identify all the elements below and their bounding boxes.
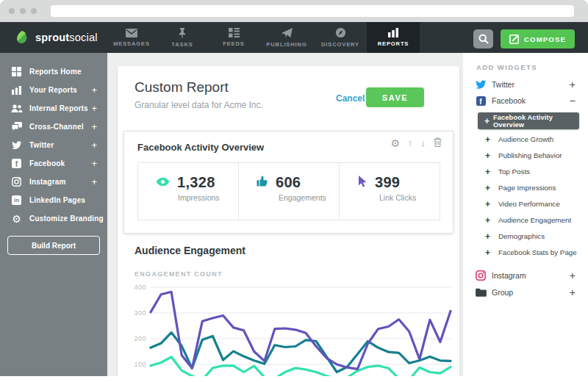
- brand-name: sproutsocial: [35, 32, 98, 43]
- sprout-social-logo[interactable]: sproutsocial: [0, 22, 107, 53]
- people-icon: [10, 103, 23, 115]
- instagram-icon: [10, 176, 23, 188]
- gear-icon[interactable]: ⚙: [390, 138, 400, 148]
- chat-bubbles-icon: [10, 121, 23, 133]
- bar-chart-icon: [10, 84, 23, 96]
- add-icon[interactable]: +: [91, 140, 97, 151]
- expand-icon[interactable]: +: [570, 286, 576, 298]
- grid-icon: [10, 66, 23, 78]
- widget-group-group[interactable]: Group +: [463, 284, 588, 300]
- compass-icon: [335, 27, 346, 38]
- custom-report-panel: Custom Report Granular level data for Ac…: [118, 66, 459, 376]
- expand-icon[interactable]: +: [570, 79, 576, 90]
- linkedin-icon: in: [10, 195, 23, 206]
- widget-group-instagram[interactable]: Instagram +: [463, 267, 588, 284]
- widget-option-top-posts[interactable]: + Top Posts: [485, 164, 588, 179]
- svg-text:200: 200: [134, 335, 146, 342]
- widget-title: Facebook Activity Overview: [137, 142, 264, 153]
- window-controls[interactable]: [9, 8, 37, 14]
- stat-engagements: 606 Engagements: [238, 163, 339, 220]
- stats-summary: 1,328 Impressions 606 Engagements 399: [137, 162, 440, 220]
- search-icon: [478, 34, 489, 44]
- expand-icon[interactable]: +: [570, 270, 576, 281]
- move-up-icon[interactable]: ↑: [408, 138, 413, 148]
- svg-text:300: 300: [134, 309, 146, 317]
- nav-reports[interactable]: REPORTS: [367, 22, 420, 53]
- svg-text:400: 400: [134, 284, 146, 291]
- trash-icon[interactable]: [434, 137, 442, 148]
- add-widgets-header: ADD WIDGETS: [476, 63, 537, 71]
- sidebar-item-cross-channel[interactable]: Cross-Channel +: [0, 118, 107, 136]
- nav-messages[interactable]: MESSAGES: [107, 22, 157, 53]
- window-dot[interactable]: [9, 8, 15, 14]
- engagement-chart: 400300200100: [133, 281, 454, 376]
- thumbs-up-icon: [257, 176, 268, 190]
- stat-impressions: 1,328 Impressions: [138, 163, 238, 220]
- window-dot[interactable]: [20, 8, 26, 14]
- add-icon: +: [485, 231, 495, 242]
- add-icon: +: [485, 215, 495, 226]
- widget-option-demographics[interactable]: + Demographics: [485, 228, 588, 244]
- add-icon: +: [485, 183, 495, 193]
- sidebar-item-linkedin-pages[interactable]: in LinkedIn Pages: [0, 191, 107, 209]
- gear-icon: ⚙: [10, 213, 23, 225]
- search-button[interactable]: [473, 29, 493, 48]
- twitter-icon: [475, 80, 487, 90]
- chart-title: Audience Engagement: [135, 245, 245, 256]
- sidebar-item-internal-reports[interactable]: Internal Reports +: [0, 99, 107, 118]
- sidebar-item-customize-branding[interactable]: ⚙ Customize Branding: [0, 209, 107, 228]
- compose-button[interactable]: COMPOSE: [501, 29, 575, 48]
- cancel-button[interactable]: Cancel: [336, 93, 365, 104]
- sidebar-item-reports-home[interactable]: Reports Home: [0, 62, 107, 81]
- widget-group-twitter[interactable]: Twitter +: [463, 76, 588, 93]
- add-icon: +: [484, 116, 490, 126]
- browser-window: sproutsocial MESSAGES TASKS FEEDS: [0, 0, 588, 382]
- sidebar-item-your-reports[interactable]: Your Reports +: [0, 81, 107, 99]
- paper-plane-icon: [282, 28, 293, 38]
- engagement-chart-svg: 400300200100: [133, 281, 454, 376]
- collapse-icon[interactable]: −: [570, 95, 576, 107]
- primary-nav: MESSAGES TASKS FEEDS PUBLISHING: [107, 22, 420, 53]
- nav-publishing[interactable]: PUBLISHING: [259, 22, 314, 53]
- page-title: Custom Report: [135, 79, 229, 96]
- url-bar[interactable]: [51, 5, 574, 17]
- add-icon[interactable]: +: [91, 103, 97, 114]
- sidebar-item-instagram[interactable]: Instagram +: [0, 173, 107, 191]
- cursor-icon: [357, 176, 368, 190]
- pushpin-icon: [177, 28, 187, 38]
- nav-discovery[interactable]: DISCOVERY: [314, 22, 367, 53]
- nav-tasks[interactable]: TASKS: [157, 22, 208, 53]
- add-icon: +: [485, 248, 495, 258]
- facebook-icon: f: [475, 96, 487, 106]
- widget-option-page-impressions[interactable]: + Page Impressions: [485, 180, 588, 195]
- compose-icon: [509, 35, 519, 44]
- widget-option-facebook-stats-by-page[interactable]: + Facebook Stats by Page: [485, 245, 588, 260]
- widget-option-audience-engagement[interactable]: + Audience Engagement: [485, 212, 588, 228]
- build-report-button[interactable]: Build Report: [7, 236, 100, 255]
- widget-option-publishing-behavior[interactable]: + Publishing Behavior: [485, 148, 588, 163]
- folder-icon: [475, 288, 487, 297]
- sidebar-item-facebook[interactable]: f Facebook +: [0, 154, 107, 173]
- sidebar-item-twitter[interactable]: Twitter +: [0, 136, 107, 154]
- widget-option-audience-growth[interactable]: + Audience Growth: [485, 131, 588, 147]
- add-icon[interactable]: +: [91, 84, 97, 96]
- widget-group-facebook[interactable]: f Facebook −: [463, 93, 588, 109]
- add-icon: +: [485, 134, 495, 145]
- add-icon: +: [485, 199, 495, 209]
- page-subtitle: Granular level data for Acme Inc.: [135, 100, 263, 110]
- browser-chrome: [0, 0, 588, 22]
- add-icon[interactable]: +: [91, 121, 97, 132]
- save-button[interactable]: SAVE: [366, 87, 424, 107]
- svg-text:100: 100: [134, 361, 146, 368]
- widget-option-video-performance[interactable]: + Video Performance: [485, 196, 588, 212]
- envelope-icon: [126, 29, 137, 37]
- move-down-icon[interactable]: ↓: [421, 138, 426, 148]
- instagram-icon: [475, 270, 487, 281]
- add-icon[interactable]: +: [91, 158, 97, 169]
- twitter-icon: [10, 140, 23, 151]
- window-dot[interactable]: [31, 8, 37, 14]
- facebook-activity-widget: Facebook Activity Overview ⚙ ↑ ↓ 1,328 I…: [123, 131, 453, 234]
- add-icon[interactable]: +: [91, 176, 97, 187]
- widget-option-facebook-activity-overview[interactable]: + Facebook Activity Overview: [478, 112, 579, 129]
- nav-feeds[interactable]: FEEDS: [208, 22, 259, 53]
